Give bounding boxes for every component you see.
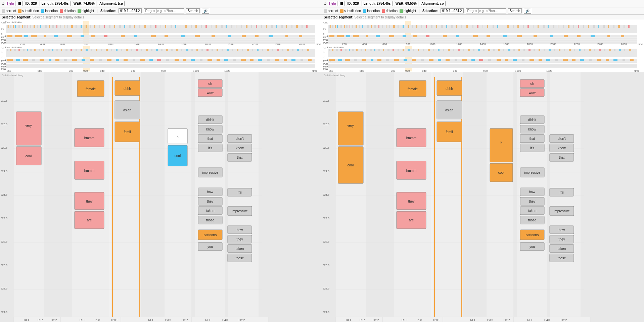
svg-rect-188 <box>292 49 293 51</box>
svg-rect-563 <box>412 59 416 61</box>
svg-rect-365 <box>329 25 330 28</box>
menu-button-left[interactable]: ☰ <box>17 1 22 6</box>
svg-rect-438 <box>329 35 334 37</box>
svg-rect-431 <box>624 25 625 28</box>
substitution-label: substitution <box>22 9 39 13</box>
svg-rect-244 <box>0 72 322 322</box>
svg-rect-446 <box>413 35 417 37</box>
svg-text:860: 860 <box>329 69 333 72</box>
svg-text:that: that <box>530 137 535 141</box>
svg-rect-94 <box>6 40 315 42</box>
legend-deletion-right: deletion <box>382 9 398 13</box>
svg-rect-44 <box>76 25 77 28</box>
svg-rect-451 <box>487 35 490 37</box>
svg-rect-487 <box>336 49 338 51</box>
svg-text:HYP: HYP <box>373 318 379 322</box>
svg-rect-392 <box>426 25 427 28</box>
svg-text:900: 900 <box>391 69 396 72</box>
highlight-color <box>78 9 81 13</box>
search-button-left[interactable]: Search <box>186 8 200 13</box>
svg-rect-233 <box>308 59 312 61</box>
svg-rect-66 <box>185 25 187 28</box>
svg-rect-31 <box>28 25 28 28</box>
svg-text:they: they <box>559 237 565 241</box>
svg-rect-508 <box>433 49 434 51</box>
svg-rect-206 <box>82 59 85 61</box>
search-button-right[interactable]: Search <box>508 8 522 13</box>
help-button-left[interactable]: Help <box>6 1 15 6</box>
svg-text:1600: 1600 <box>503 43 509 45</box>
menu-button-right[interactable]: ☰ <box>339 1 344 6</box>
svg-rect-402 <box>477 25 478 28</box>
svg-rect-581 <box>563 59 568 61</box>
right-toolbar: ⊙ Help ☰ ID: S28 Length: 2754.45s WER: 6… <box>322 0 644 7</box>
svg-rect-153 <box>116 49 118 51</box>
svg-rect-218 <box>183 59 186 61</box>
svg-rect-544 <box>614 49 615 51</box>
svg-rect-129 <box>7 49 8 51</box>
regex-input-right[interactable] <box>466 8 506 13</box>
zoomed-chart-right[interactable]: Error distribution 10 5 2 P37 P38 P39 P4… <box>322 45 644 72</box>
svg-text:HYP: HYP <box>111 318 118 322</box>
svg-rect-199 <box>23 59 28 61</box>
svg-text:impressive: impressive <box>232 209 248 213</box>
svg-text:940: 940 <box>422 69 427 72</box>
svg-text:are: are <box>409 218 414 222</box>
svg-rect-555 <box>345 59 350 61</box>
svg-rect-157 <box>136 49 138 51</box>
svg-text:REF: REF <box>80 318 86 322</box>
svg-rect-447 <box>426 35 429 37</box>
svg-rect-453 <box>517 35 522 37</box>
overview-chart-left[interactable]: 100 50 0 P37 P38 P39 200 400 600 800 100… <box>0 20 322 45</box>
svg-rect-514 <box>463 49 464 51</box>
alignment-label-left: Alignment: tcp <box>98 1 125 6</box>
svg-text:2400: 2400 <box>597 43 603 45</box>
svg-rect-109 <box>165 35 168 37</box>
svg-rect-580 <box>555 59 558 61</box>
svg-rect-197 <box>7 59 13 61</box>
svg-text:how: how <box>207 190 214 194</box>
svg-text:P37: P37 <box>360 318 365 322</box>
svg-rect-568 <box>455 59 457 61</box>
svg-rect-516 <box>473 49 474 51</box>
svg-rect-419 <box>563 25 564 28</box>
help-icon-right: ⊙ <box>324 2 326 5</box>
svg-text:uhhh: uhhh <box>446 87 453 91</box>
svg-rect-556 <box>354 59 357 61</box>
svg-rect-532 <box>554 49 555 51</box>
svg-text:cool: cool <box>348 163 354 167</box>
svg-rect-250 <box>228 72 259 322</box>
audio-button-right[interactable]: 🔊 <box>524 8 531 14</box>
zoomed-chart-left[interactable]: Error distribution 10 5 2 P37 P38 P39 P4… <box>0 45 322 72</box>
svg-text:you: you <box>530 245 535 249</box>
svg-rect-493 <box>361 49 362 51</box>
svg-text:those: those <box>558 256 566 260</box>
svg-rect-54 <box>124 25 125 28</box>
svg-rect-369 <box>337 25 338 28</box>
audio-button-left[interactable]: 🔊 <box>202 8 209 14</box>
help-button-right[interactable]: Help <box>328 1 337 6</box>
svg-rect-381 <box>378 25 379 28</box>
detail-area-left[interactable]: Detailed matching 919.5 920.0 920.5 921.… <box>0 72 322 322</box>
svg-text:→ time: → time <box>631 69 640 72</box>
svg-text:taken: taken <box>528 209 536 213</box>
svg-rect-541 <box>599 49 601 51</box>
svg-rect-415 <box>543 25 545 28</box>
svg-text:very: very <box>26 124 32 127</box>
svg-text:P37: P37 <box>38 318 43 322</box>
svg-rect-68 <box>195 25 197 28</box>
svg-rect-588 <box>623 59 625 61</box>
svg-rect-36 <box>45 25 47 28</box>
svg-rect-47 <box>90 25 91 28</box>
svg-text:didn't: didn't <box>558 137 566 141</box>
svg-rect-43 <box>71 25 73 28</box>
svg-rect-101 <box>54 35 58 37</box>
regex-input-left[interactable] <box>144 8 184 13</box>
detail-area-right[interactable]: Detailed matching 919.5 920.0 920.5 921.… <box>322 72 644 322</box>
svg-rect-155 <box>126 49 128 51</box>
svg-text:600: 600 <box>382 43 387 45</box>
svg-text:10: 10 <box>1 47 4 50</box>
svg-text:oh: oh <box>208 82 212 86</box>
svg-text:923.0: 923.0 <box>1 264 8 267</box>
overview-chart-right[interactable]: 100 50 0 P37 P38 P39 <box>322 20 644 45</box>
